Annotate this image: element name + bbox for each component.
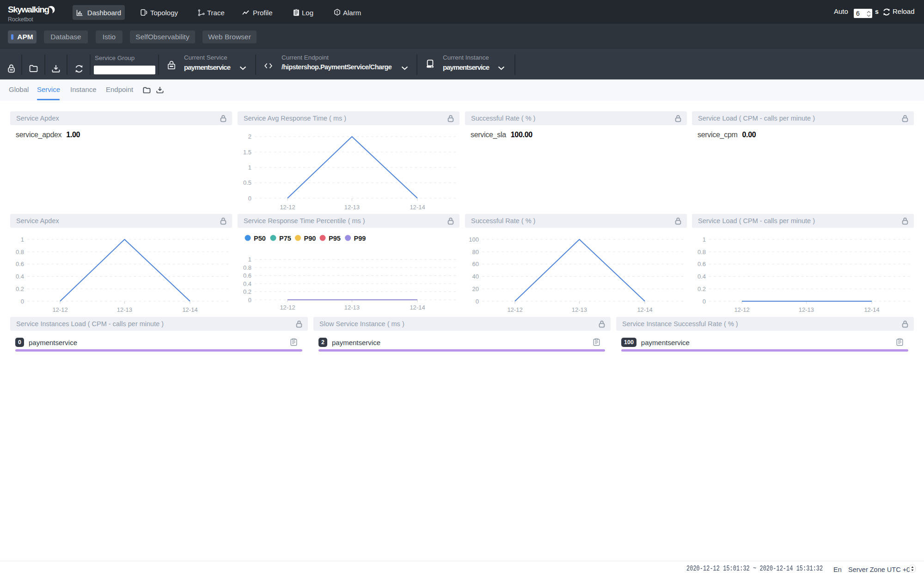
svg-text:1: 1 (248, 256, 251, 263)
svg-text:1: 1 (248, 164, 251, 171)
svg-text:12-12: 12-12 (52, 306, 67, 313)
svg-text:0.5: 0.5 (243, 179, 251, 186)
svg-text:P95: P95 (329, 235, 341, 242)
svg-text:P90: P90 (304, 235, 316, 242)
svg-text:12-14: 12-14 (410, 204, 425, 211)
svg-text:0.4: 0.4 (243, 280, 251, 287)
svg-text:12-13: 12-13 (799, 306, 814, 313)
svg-text:12-12: 12-12 (734, 306, 749, 313)
svg-text:1.5: 1.5 (243, 149, 251, 156)
svg-text:0.6: 0.6 (698, 261, 706, 267)
svg-text:0.6: 0.6 (243, 272, 251, 279)
svg-text:12-12: 12-12 (507, 306, 522, 313)
svg-text:2: 2 (248, 133, 251, 140)
svg-text:12-13: 12-13 (344, 204, 360, 211)
svg-text:12-14: 12-14 (637, 306, 652, 313)
svg-text:12-14: 12-14 (410, 304, 425, 311)
svg-text:0.2: 0.2 (698, 285, 706, 292)
svg-text:0.4: 0.4 (698, 273, 706, 280)
svg-text:0: 0 (21, 298, 24, 305)
svg-text:12-13: 12-13 (344, 304, 360, 311)
svg-text:12-14: 12-14 (182, 306, 197, 313)
svg-text:P75: P75 (279, 235, 291, 242)
svg-text:12-13: 12-13 (572, 306, 587, 313)
svg-text:0.8: 0.8 (243, 264, 251, 271)
svg-text:P99: P99 (354, 235, 366, 242)
svg-text:12-13: 12-13 (117, 306, 132, 313)
svg-text:0.2: 0.2 (243, 288, 251, 295)
svg-text:20: 20 (472, 285, 479, 292)
svg-text:40: 40 (472, 273, 479, 280)
svg-text:0.8: 0.8 (16, 249, 24, 255)
svg-text:12-12: 12-12 (280, 304, 295, 311)
svg-text:12-14: 12-14 (864, 306, 879, 313)
svg-text:0: 0 (476, 298, 479, 305)
svg-text:100: 100 (469, 236, 479, 243)
svg-text:0: 0 (248, 297, 251, 304)
svg-text:60: 60 (472, 261, 479, 267)
svg-text:80: 80 (472, 249, 479, 255)
svg-text:0.4: 0.4 (16, 273, 24, 280)
svg-text:12-12: 12-12 (280, 204, 295, 211)
svg-text:0: 0 (703, 298, 706, 305)
svg-text:0.8: 0.8 (698, 249, 706, 255)
svg-text:P50: P50 (254, 235, 266, 242)
svg-text:1: 1 (21, 236, 24, 243)
svg-text:0.2: 0.2 (16, 285, 24, 292)
svg-text:0: 0 (248, 195, 251, 202)
svg-text:1: 1 (703, 236, 706, 243)
svg-text:0.6: 0.6 (16, 261, 24, 267)
